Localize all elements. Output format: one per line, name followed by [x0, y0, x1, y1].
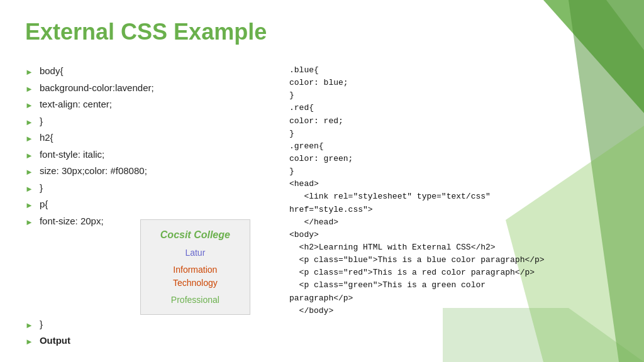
bullet-arrow: ►	[25, 116, 33, 129]
list-item: ► }	[25, 114, 283, 129]
card-college: Cocsit College	[153, 228, 237, 243]
list-item-text: }	[40, 317, 43, 332]
list-item-text: text-align: center;	[40, 97, 112, 112]
list-item-text: h2{	[40, 131, 53, 145]
bullet-arrow: ►	[25, 183, 33, 195]
list-item-text: font-size: 20px;	[40, 214, 121, 229]
bullet-arrow: ►	[25, 319, 33, 332]
output-item: ► Output	[25, 334, 283, 348]
bullet-arrow: ►	[25, 150, 33, 162]
list-item-text: background-color:lavender;	[40, 81, 154, 96]
list-item: ► p{	[25, 197, 283, 212]
bullet-arrow: ►	[25, 133, 33, 145]
card-professional: Professional	[153, 293, 237, 307]
left-column: ► body{ ► background-color:lavender; ► t…	[25, 64, 283, 351]
info-card: Cocsit College Latur Information Technol…	[140, 219, 250, 315]
list-item-text: font-style: italic;	[40, 148, 104, 162]
card-it: Information Technology	[153, 263, 237, 290]
list-item: ► background-color:lavender;	[25, 81, 283, 96]
list-item-text: p{	[40, 197, 48, 212]
list-item-text: }	[40, 181, 43, 195]
list-item: ► }	[25, 317, 283, 332]
list-item: ► font-style: italic;	[25, 148, 283, 162]
list-item: ► text-align: center;	[25, 97, 283, 112]
right-column: .blue{ color: blue; } .red{ color: red; …	[283, 64, 619, 351]
code-block: .blue{ color: blue; } .red{ color: red; …	[289, 64, 619, 317]
bullet-list: ► body{ ► background-color:lavender; ► t…	[25, 64, 283, 348]
bullet-arrow: ►	[25, 66, 33, 79]
bullet-arrow: ►	[25, 83, 33, 96]
output-label: Output	[40, 334, 70, 348]
bullet-arrow: ►	[25, 199, 33, 212]
list-item-text: body{	[40, 64, 64, 79]
card-latur: Latur	[153, 246, 237, 260]
slide-title: External CSS Example	[25, 19, 619, 45]
list-item-text: size: 30px;color: #f08080;	[40, 164, 147, 178]
bullet-arrow: ►	[25, 216, 33, 229]
list-item-with-card: ► font-size: 20px; Cocsit College Latur …	[25, 214, 283, 315]
bullet-arrow: ►	[25, 336, 33, 348]
bullet-arrow: ►	[25, 99, 33, 112]
list-item: ► h2{	[25, 131, 283, 145]
list-item-text: }	[40, 114, 43, 129]
bullet-arrow: ►	[25, 166, 33, 178]
list-item: ► }	[25, 181, 283, 195]
list-item: ► body{	[25, 64, 283, 79]
list-item: ► size: 30px;color: #f08080;	[25, 164, 283, 178]
